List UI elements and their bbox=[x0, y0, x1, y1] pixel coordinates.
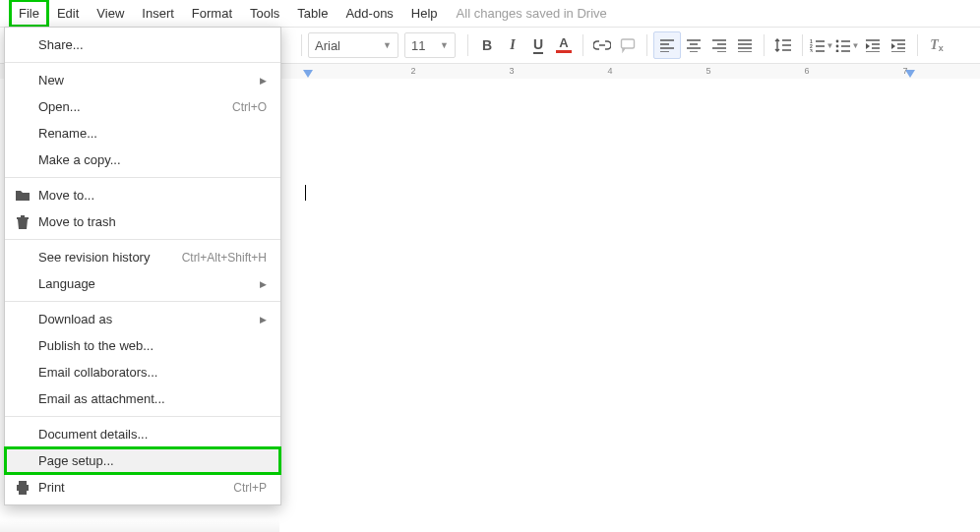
shortcut: Ctrl+Alt+Shift+H bbox=[182, 251, 267, 265]
separator bbox=[5, 177, 280, 178]
svg-point-6 bbox=[835, 50, 838, 52]
menu-movetrash[interactable]: Move to trash bbox=[5, 208, 280, 235]
submenu-caret-icon: ▶ bbox=[260, 315, 267, 325]
menu-view[interactable]: View bbox=[88, 0, 133, 27]
separator bbox=[582, 34, 583, 56]
menu-downloadas[interactable]: Download as▶ bbox=[5, 306, 280, 332]
chevron-down-icon: ▼ bbox=[440, 40, 449, 50]
bold-button[interactable]: B bbox=[474, 32, 500, 58]
menu-label: Email collaborators... bbox=[38, 365, 157, 380]
menu-file[interactable]: File bbox=[10, 0, 48, 27]
menu-label: Rename... bbox=[38, 126, 97, 141]
bullet-list-button[interactable]: ▼ bbox=[834, 32, 860, 58]
menu-label: Email as attachment... bbox=[38, 391, 165, 406]
text-cursor bbox=[305, 185, 306, 201]
menu-edit[interactable]: Edit bbox=[48, 0, 88, 27]
separator bbox=[467, 34, 468, 56]
align-left-button[interactable] bbox=[653, 31, 681, 59]
numbered-list-button[interactable]: 123 ▼ bbox=[809, 32, 834, 58]
align-right-button[interactable] bbox=[706, 32, 732, 58]
menu-open[interactable]: Open...Ctrl+O bbox=[5, 93, 280, 120]
ruler-left-marker[interactable] bbox=[303, 70, 313, 78]
svg-text:3: 3 bbox=[810, 48, 813, 52]
ruler-num: 5 bbox=[705, 66, 710, 76]
menu-label: Open... bbox=[38, 99, 81, 114]
link-button[interactable] bbox=[589, 32, 615, 58]
shortcut: Ctrl+P bbox=[233, 481, 267, 495]
menu-makecopy[interactable]: Make a copy... bbox=[5, 147, 280, 173]
chevron-down-icon: ▼ bbox=[383, 40, 392, 50]
textcolor-button[interactable]: A bbox=[551, 32, 577, 58]
menu-label: Make a copy... bbox=[38, 152, 121, 167]
menu-language[interactable]: Language▶ bbox=[5, 270, 280, 297]
separator bbox=[764, 34, 765, 56]
menu-label: New bbox=[38, 73, 64, 88]
print-icon bbox=[15, 480, 31, 496]
clear-formatting-button[interactable]: Tx bbox=[924, 32, 949, 58]
menu-label: Download as bbox=[38, 312, 112, 326]
menu-share[interactable]: Share... bbox=[5, 31, 280, 58]
menu-label: Share... bbox=[38, 37, 84, 52]
submenu-caret-icon: ▶ bbox=[260, 279, 267, 289]
menu-print[interactable]: PrintCtrl+P bbox=[5, 474, 280, 501]
shortcut: Ctrl+O bbox=[232, 100, 267, 114]
separator bbox=[301, 34, 302, 56]
indent-decrease-button[interactable] bbox=[860, 32, 886, 58]
menu-emailcollab[interactable]: Email collaborators... bbox=[5, 359, 280, 385]
menu-label: Print bbox=[38, 480, 65, 495]
menu-label: Publish to the web... bbox=[38, 338, 153, 353]
ruler-num: 3 bbox=[509, 66, 514, 76]
svg-point-4 bbox=[835, 40, 838, 43]
separator bbox=[646, 34, 647, 56]
menu-moveto[interactable]: Move to... bbox=[5, 182, 280, 208]
submenu-caret-icon: ▶ bbox=[260, 76, 267, 86]
align-center-button[interactable] bbox=[681, 32, 706, 58]
menu-label: Move to... bbox=[38, 188, 94, 203]
menu-format[interactable]: Format bbox=[183, 0, 241, 27]
underline-button[interactable]: U bbox=[525, 32, 551, 58]
folder-icon bbox=[15, 188, 31, 204]
fontsize-select[interactable]: 11 ▼ bbox=[404, 32, 456, 58]
separator bbox=[5, 239, 280, 240]
comment-button[interactable] bbox=[615, 32, 641, 58]
menu-label: See revision history bbox=[38, 250, 150, 265]
trash-icon bbox=[15, 214, 31, 230]
menu-revision-history[interactable]: See revision historyCtrl+Alt+Shift+H bbox=[5, 244, 280, 270]
separator bbox=[802, 34, 803, 56]
menu-docdetails[interactable]: Document details... bbox=[5, 421, 280, 447]
font-select-label: Arial bbox=[315, 38, 340, 53]
menu-table[interactable]: Table bbox=[288, 0, 337, 27]
separator bbox=[5, 62, 280, 63]
align-justify-button[interactable] bbox=[732, 32, 758, 58]
menu-label: Page setup... bbox=[38, 453, 114, 468]
svg-point-5 bbox=[835, 45, 838, 48]
ruler-num: 7 bbox=[902, 66, 907, 76]
decorative-shadow bbox=[0, 520, 279, 532]
menu-rename[interactable]: Rename... bbox=[5, 120, 280, 147]
menu-label: Document details... bbox=[38, 427, 148, 442]
menu-label: Language bbox=[38, 276, 95, 291]
menu-new[interactable]: New▶ bbox=[5, 67, 280, 93]
ruler-num: 6 bbox=[804, 66, 809, 76]
separator bbox=[917, 34, 918, 56]
menubar: File Edit View Insert Format Tools Table… bbox=[0, 0, 980, 28]
file-dropdown: Share... New▶ Open...Ctrl+O Rename... Ma… bbox=[4, 27, 281, 505]
font-select[interactable]: Arial ▼ bbox=[308, 32, 398, 58]
menu-publish[interactable]: Publish to the web... bbox=[5, 332, 280, 359]
italic-button[interactable]: I bbox=[500, 32, 525, 58]
fontsize-label: 11 bbox=[411, 38, 425, 53]
menu-addons[interactable]: Add-ons bbox=[337, 0, 401, 27]
menu-help[interactable]: Help bbox=[402, 0, 447, 27]
save-status: All changes saved in Drive bbox=[457, 6, 607, 21]
separator bbox=[5, 301, 280, 302]
linespacing-button[interactable] bbox=[770, 32, 796, 58]
menu-tools[interactable]: Tools bbox=[241, 0, 288, 27]
menu-label: Move to trash bbox=[38, 214, 116, 229]
menu-pagesetup[interactable]: Page setup... bbox=[5, 447, 280, 474]
menu-emailattach[interactable]: Email as attachment... bbox=[5, 385, 280, 412]
menu-insert[interactable]: Insert bbox=[133, 0, 183, 27]
svg-rect-0 bbox=[622, 39, 635, 48]
indent-increase-button[interactable] bbox=[886, 32, 911, 58]
separator bbox=[5, 416, 280, 417]
ruler-num: 4 bbox=[607, 66, 612, 76]
